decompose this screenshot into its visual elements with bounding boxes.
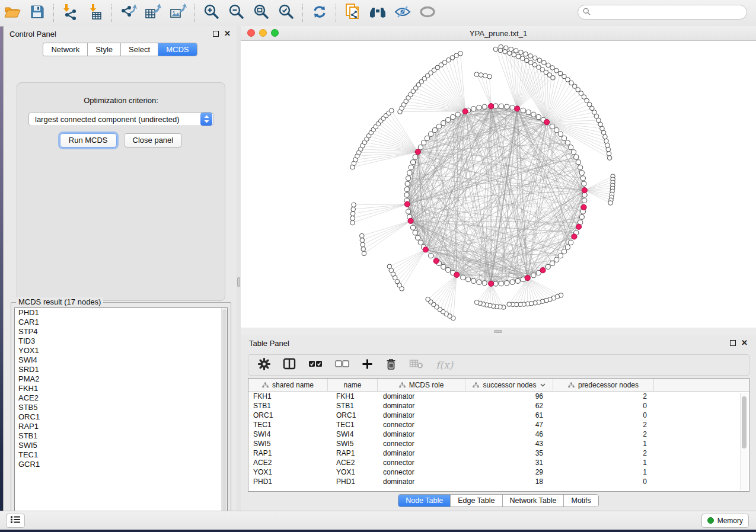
mcds-result-list[interactable]: PHD1CAR1STP4TID3YOX1SWI4SRD1PMA2FKH1ACE2… xyxy=(14,307,228,519)
column-header-successor-nodes[interactable]: successor nodes xyxy=(465,379,553,391)
table-cell[interactable]: SWI5 xyxy=(248,440,328,448)
table-cell[interactable]: 0 xyxy=(553,477,654,486)
table-cell[interactable]: RAP1 xyxy=(248,449,328,457)
table-cell[interactable]: SWI4 xyxy=(248,430,328,438)
table-row[interactable]: ORC1ORC1dominator610 xyxy=(248,411,749,420)
table-cell[interactable]: 2 xyxy=(553,430,654,438)
optimization-criterion-dropdown[interactable]: largest connected component (undirected) xyxy=(28,112,213,126)
table-cell[interactable]: 1 xyxy=(553,459,654,467)
mcds-result-item[interactable]: YOX1 xyxy=(15,346,227,355)
table-cell[interactable]: 1 xyxy=(553,440,654,448)
table-cell[interactable]: 96 xyxy=(465,392,553,400)
unselect-all-columns-icon[interactable] xyxy=(335,359,349,371)
run-mcds-button[interactable]: Run MCDS xyxy=(60,133,117,148)
table-cell[interactable]: connector xyxy=(378,440,465,448)
table-cell[interactable]: SWI5 xyxy=(328,440,378,448)
export-table-button[interactable] xyxy=(141,2,166,24)
table-cell[interactable]: connector xyxy=(378,459,465,467)
sort-chevron-icon[interactable] xyxy=(540,383,546,387)
splitter-grip[interactable] xyxy=(494,330,502,333)
create-column-plus-icon[interactable] xyxy=(362,358,373,372)
search-network-button[interactable] xyxy=(365,2,390,24)
mcds-result-item[interactable]: STB1 xyxy=(15,431,227,441)
memory-button[interactable]: Memory xyxy=(701,514,749,528)
table-cell[interactable]: YOX1 xyxy=(328,468,378,476)
mcds-result-item[interactable]: SWI4 xyxy=(15,355,227,365)
import-table-button[interactable] xyxy=(83,2,108,24)
mcds-result-item[interactable]: TEC1 xyxy=(15,450,227,460)
mcds-result-item[interactable]: FKH1 xyxy=(15,384,227,393)
table-cell[interactable]: 31 xyxy=(465,459,553,467)
function-builder-icon[interactable]: f(x) xyxy=(436,359,453,371)
table-row[interactable]: SWI5SWI5connector431 xyxy=(248,439,749,448)
float-panel-icon[interactable] xyxy=(730,340,736,346)
table-cell[interactable]: 43 xyxy=(465,440,553,448)
column-header-predecessor-nodes[interactable]: predecessor nodes xyxy=(553,379,654,391)
zoom-out-button[interactable] xyxy=(224,2,249,24)
mcds-result-item[interactable]: SRD1 xyxy=(15,365,227,374)
open-file-button[interactable] xyxy=(0,2,25,24)
table-cell[interactable]: 0 xyxy=(553,411,654,419)
table-cell[interactable]: 61 xyxy=(465,411,553,419)
table-cell[interactable]: 2 xyxy=(553,449,654,457)
table-cell[interactable]: dominator xyxy=(378,411,465,419)
mcds-result-item[interactable]: PHD1 xyxy=(15,308,227,318)
splitter-grip[interactable] xyxy=(237,277,240,287)
mcds-result-item[interactable]: STB5 xyxy=(15,403,227,412)
table-cell[interactable]: RAP1 xyxy=(328,449,378,457)
table-row[interactable]: SWI4SWI4dominator462 xyxy=(248,430,749,439)
table-row[interactable]: PHD1PHD1dominator180 xyxy=(248,477,749,486)
network-graph[interactable] xyxy=(241,41,756,328)
window-zoom-traffic-light[interactable] xyxy=(271,29,279,37)
window-minimize-traffic-light[interactable] xyxy=(259,29,267,37)
mcds-result-item[interactable]: CAR1 xyxy=(15,318,227,327)
show-column-panel-icon[interactable] xyxy=(283,358,296,372)
network-window-titlebar[interactable]: YPA_prune.txt_1 xyxy=(241,26,756,41)
table-cell[interactable]: connector xyxy=(378,468,465,476)
table-cell[interactable]: SWI4 xyxy=(328,430,378,438)
clone-network-button[interactable] xyxy=(340,2,365,24)
show-all-button[interactable] xyxy=(415,2,440,24)
show-panels-button[interactable] xyxy=(6,514,25,528)
tab-select[interactable]: Select xyxy=(121,43,158,56)
mcds-result-item[interactable]: GCR1 xyxy=(15,460,227,469)
column-header-MCDS-role[interactable]: MCDS role xyxy=(378,379,465,391)
mcds-result-item[interactable]: SWI5 xyxy=(15,441,227,450)
table-cell[interactable]: FKH1 xyxy=(328,392,378,400)
mcds-result-item[interactable]: PMA2 xyxy=(15,374,227,384)
search-input[interactable] xyxy=(594,8,747,17)
hide-selected-button[interactable] xyxy=(390,2,415,24)
table-row[interactable]: YOX1YOX1connector291 xyxy=(248,467,749,477)
table-settings-gear-icon[interactable] xyxy=(258,358,270,373)
vertical-splitter[interactable] xyxy=(237,26,241,511)
table-cell[interactable]: dominator xyxy=(378,449,465,457)
table-cell[interactable]: 29 xyxy=(465,468,553,476)
delete-table-icon[interactable] xyxy=(409,358,423,371)
tab-network[interactable]: Network xyxy=(43,43,88,56)
tab-style[interactable]: Style xyxy=(88,43,121,56)
tab-edge-table[interactable]: Edge Table xyxy=(451,495,502,507)
table-cell[interactable]: STB1 xyxy=(328,402,378,410)
table-cell[interactable]: ACE2 xyxy=(248,459,328,467)
zoom-selected-button[interactable] xyxy=(274,2,299,24)
node-table[interactable]: shared namenameMCDS rolesuccessor nodesp… xyxy=(248,378,749,492)
table-cell[interactable]: STB1 xyxy=(248,402,328,410)
horizontal-splitter[interactable] xyxy=(241,328,756,335)
table-cell[interactable]: 47 xyxy=(465,421,553,429)
mcds-result-item[interactable]: STP4 xyxy=(15,327,227,336)
table-cell[interactable]: 18 xyxy=(465,477,553,486)
export-network-button[interactable] xyxy=(116,2,141,24)
table-cell[interactable]: TEC1 xyxy=(328,421,378,429)
scrollbar-thumb[interactable] xyxy=(222,309,227,513)
table-cell[interactable]: dominator xyxy=(378,402,465,410)
table-row[interactable]: ACE2ACE2connector311 xyxy=(248,458,749,467)
mcds-result-item[interactable]: ORC1 xyxy=(15,412,227,422)
table-scrollbar[interactable] xyxy=(740,393,748,490)
table-cell[interactable]: dominator xyxy=(378,477,465,486)
refresh-button[interactable] xyxy=(307,2,332,24)
close-panel-icon[interactable]: ✕ xyxy=(224,31,231,37)
table-cell[interactable]: FKH1 xyxy=(248,392,328,400)
table-cell[interactable]: 0 xyxy=(553,402,654,410)
mcds-result-item[interactable]: TID3 xyxy=(15,336,227,346)
table-cell[interactable]: dominator xyxy=(378,430,465,438)
